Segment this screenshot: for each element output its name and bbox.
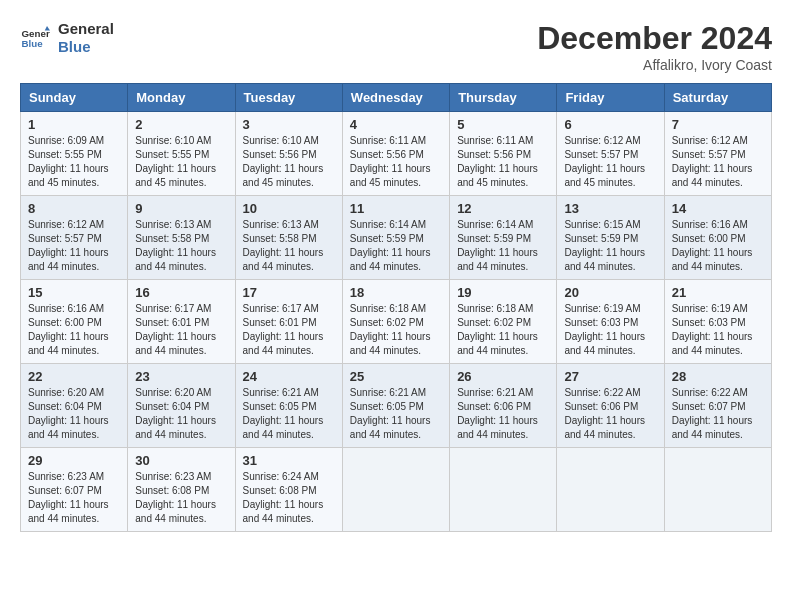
sunrise-label: Sunrise: 6:10 AM xyxy=(243,135,319,146)
daylight-label: Daylight: 11 hours and 44 minutes. xyxy=(28,331,109,356)
calendar-week-row: 8 Sunrise: 6:12 AM Sunset: 5:57 PM Dayli… xyxy=(21,196,772,280)
sunset-label: Sunset: 6:01 PM xyxy=(135,317,209,328)
calendar-cell: 19 Sunrise: 6:18 AM Sunset: 6:02 PM Dayl… xyxy=(450,280,557,364)
day-info: Sunrise: 6:18 AM Sunset: 6:02 PM Dayligh… xyxy=(350,302,442,358)
calendar-cell: 31 Sunrise: 6:24 AM Sunset: 6:08 PM Dayl… xyxy=(235,448,342,532)
sunrise-label: Sunrise: 6:12 AM xyxy=(564,135,640,146)
day-info: Sunrise: 6:18 AM Sunset: 6:02 PM Dayligh… xyxy=(457,302,549,358)
calendar-cell: 23 Sunrise: 6:20 AM Sunset: 6:04 PM Dayl… xyxy=(128,364,235,448)
day-number: 20 xyxy=(564,285,656,300)
day-info: Sunrise: 6:23 AM Sunset: 6:08 PM Dayligh… xyxy=(135,470,227,526)
daylight-label: Daylight: 11 hours and 44 minutes. xyxy=(350,415,431,440)
sunrise-label: Sunrise: 6:22 AM xyxy=(564,387,640,398)
calendar-cell: 17 Sunrise: 6:17 AM Sunset: 6:01 PM Dayl… xyxy=(235,280,342,364)
sunset-label: Sunset: 6:04 PM xyxy=(28,401,102,412)
daylight-label: Daylight: 11 hours and 44 minutes. xyxy=(672,247,753,272)
logo-line1: General xyxy=(58,20,114,38)
sunrise-label: Sunrise: 6:12 AM xyxy=(672,135,748,146)
day-info: Sunrise: 6:20 AM Sunset: 6:04 PM Dayligh… xyxy=(28,386,120,442)
sunrise-label: Sunrise: 6:16 AM xyxy=(28,303,104,314)
daylight-label: Daylight: 11 hours and 44 minutes. xyxy=(672,163,753,188)
sunset-label: Sunset: 5:58 PM xyxy=(243,233,317,244)
day-info: Sunrise: 6:20 AM Sunset: 6:04 PM Dayligh… xyxy=(135,386,227,442)
sunrise-label: Sunrise: 6:14 AM xyxy=(350,219,426,230)
sunset-label: Sunset: 6:08 PM xyxy=(243,485,317,496)
sunrise-label: Sunrise: 6:24 AM xyxy=(243,471,319,482)
sunrise-label: Sunrise: 6:23 AM xyxy=(135,471,211,482)
sunrise-label: Sunrise: 6:17 AM xyxy=(135,303,211,314)
daylight-label: Daylight: 11 hours and 44 minutes. xyxy=(243,499,324,524)
daylight-label: Daylight: 11 hours and 45 minutes. xyxy=(28,163,109,188)
logo: General Blue General Blue xyxy=(20,20,114,56)
day-info: Sunrise: 6:12 AM Sunset: 5:57 PM Dayligh… xyxy=(672,134,764,190)
sunrise-label: Sunrise: 6:20 AM xyxy=(135,387,211,398)
day-number: 25 xyxy=(350,369,442,384)
logo-line2: Blue xyxy=(58,38,114,56)
sunset-label: Sunset: 5:57 PM xyxy=(28,233,102,244)
sunrise-label: Sunrise: 6:10 AM xyxy=(135,135,211,146)
sunset-label: Sunset: 6:05 PM xyxy=(350,401,424,412)
day-number: 21 xyxy=(672,285,764,300)
day-info: Sunrise: 6:14 AM Sunset: 5:59 PM Dayligh… xyxy=(350,218,442,274)
sunset-label: Sunset: 5:56 PM xyxy=(457,149,531,160)
day-number: 5 xyxy=(457,117,549,132)
sunset-label: Sunset: 6:02 PM xyxy=(457,317,531,328)
day-info: Sunrise: 6:21 AM Sunset: 6:05 PM Dayligh… xyxy=(243,386,335,442)
calendar-cell: 7 Sunrise: 6:12 AM Sunset: 5:57 PM Dayli… xyxy=(664,112,771,196)
logo-icon: General Blue xyxy=(20,23,50,53)
day-info: Sunrise: 6:17 AM Sunset: 6:01 PM Dayligh… xyxy=(135,302,227,358)
daylight-label: Daylight: 11 hours and 44 minutes. xyxy=(243,247,324,272)
sunset-label: Sunset: 6:05 PM xyxy=(243,401,317,412)
calendar-cell: 12 Sunrise: 6:14 AM Sunset: 5:59 PM Dayl… xyxy=(450,196,557,280)
daylight-label: Daylight: 11 hours and 44 minutes. xyxy=(564,415,645,440)
sunrise-label: Sunrise: 6:21 AM xyxy=(457,387,533,398)
location-subtitle: Affalikro, Ivory Coast xyxy=(537,57,772,73)
daylight-label: Daylight: 11 hours and 44 minutes. xyxy=(672,331,753,356)
daylight-label: Daylight: 11 hours and 44 minutes. xyxy=(135,331,216,356)
day-info: Sunrise: 6:12 AM Sunset: 5:57 PM Dayligh… xyxy=(28,218,120,274)
day-number: 3 xyxy=(243,117,335,132)
daylight-label: Daylight: 11 hours and 44 minutes. xyxy=(135,247,216,272)
sunrise-label: Sunrise: 6:19 AM xyxy=(672,303,748,314)
sunset-label: Sunset: 5:56 PM xyxy=(350,149,424,160)
day-number: 2 xyxy=(135,117,227,132)
daylight-label: Daylight: 11 hours and 44 minutes. xyxy=(564,247,645,272)
calendar-cell xyxy=(664,448,771,532)
calendar-week-row: 15 Sunrise: 6:16 AM Sunset: 6:00 PM Dayl… xyxy=(21,280,772,364)
weekday-header-cell: Saturday xyxy=(664,84,771,112)
daylight-label: Daylight: 11 hours and 45 minutes. xyxy=(243,163,324,188)
day-number: 9 xyxy=(135,201,227,216)
daylight-label: Daylight: 11 hours and 44 minutes. xyxy=(350,247,431,272)
day-number: 4 xyxy=(350,117,442,132)
calendar-cell: 26 Sunrise: 6:21 AM Sunset: 6:06 PM Dayl… xyxy=(450,364,557,448)
daylight-label: Daylight: 11 hours and 44 minutes. xyxy=(457,247,538,272)
sunrise-label: Sunrise: 6:13 AM xyxy=(135,219,211,230)
day-number: 13 xyxy=(564,201,656,216)
sunrise-label: Sunrise: 6:09 AM xyxy=(28,135,104,146)
daylight-label: Daylight: 11 hours and 44 minutes. xyxy=(243,415,324,440)
sunrise-label: Sunrise: 6:17 AM xyxy=(243,303,319,314)
sunrise-label: Sunrise: 6:21 AM xyxy=(243,387,319,398)
svg-text:Blue: Blue xyxy=(22,38,44,49)
daylight-label: Daylight: 11 hours and 44 minutes. xyxy=(135,415,216,440)
calendar-cell: 15 Sunrise: 6:16 AM Sunset: 6:00 PM Dayl… xyxy=(21,280,128,364)
calendar-cell: 14 Sunrise: 6:16 AM Sunset: 6:00 PM Dayl… xyxy=(664,196,771,280)
day-number: 19 xyxy=(457,285,549,300)
month-title: December 2024 xyxy=(537,20,772,57)
weekday-header-cell: Monday xyxy=(128,84,235,112)
calendar-cell: 20 Sunrise: 6:19 AM Sunset: 6:03 PM Dayl… xyxy=(557,280,664,364)
day-info: Sunrise: 6:15 AM Sunset: 5:59 PM Dayligh… xyxy=(564,218,656,274)
sunrise-label: Sunrise: 6:16 AM xyxy=(672,219,748,230)
daylight-label: Daylight: 11 hours and 44 minutes. xyxy=(564,331,645,356)
day-number: 14 xyxy=(672,201,764,216)
day-info: Sunrise: 6:16 AM Sunset: 6:00 PM Dayligh… xyxy=(672,218,764,274)
day-info: Sunrise: 6:10 AM Sunset: 5:55 PM Dayligh… xyxy=(135,134,227,190)
calendar-cell: 3 Sunrise: 6:10 AM Sunset: 5:56 PM Dayli… xyxy=(235,112,342,196)
day-number: 27 xyxy=(564,369,656,384)
sunrise-label: Sunrise: 6:19 AM xyxy=(564,303,640,314)
daylight-label: Daylight: 11 hours and 45 minutes. xyxy=(135,163,216,188)
calendar-cell xyxy=(450,448,557,532)
calendar-cell: 30 Sunrise: 6:23 AM Sunset: 6:08 PM Dayl… xyxy=(128,448,235,532)
sunset-label: Sunset: 5:57 PM xyxy=(672,149,746,160)
day-number: 22 xyxy=(28,369,120,384)
